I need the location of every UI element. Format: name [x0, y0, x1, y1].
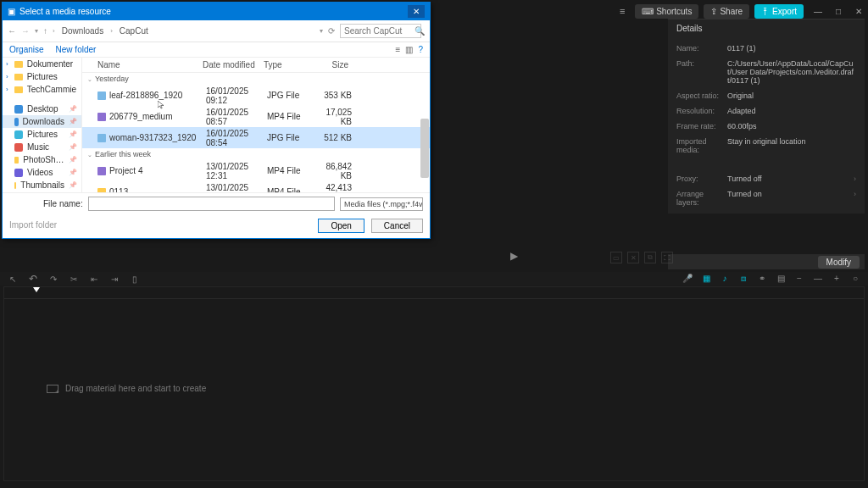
- detail-import-value: Stay in original location: [727, 137, 856, 154]
- file-list-header[interactable]: Name Date modified Type Size: [82, 58, 430, 73]
- dialog-buttons: Import folder Open Cancel: [3, 216, 430, 238]
- dialog-titlebar[interactable]: ▣ Select a media resource ✕: [3, 3, 430, 20]
- pin-icon[interactable]: 📌: [69, 156, 77, 164]
- split-icon[interactable]: ✂: [68, 274, 80, 284]
- help-icon[interactable]: ?: [418, 45, 423, 54]
- redo-icon[interactable]: ↷: [47, 274, 59, 284]
- group-earlier[interactable]: ⌄Earlier this week: [82, 148, 430, 160]
- menu-icon[interactable]: ≡: [615, 3, 630, 19]
- timeline[interactable]: Drag material here and start to create: [3, 286, 865, 481]
- file-type-filter[interactable]: Media files (*.mpg;*.f4v;*.mov;*…: [340, 197, 423, 211]
- minimize-icon[interactable]: —: [812, 5, 824, 17]
- delete-icon[interactable]: ▯: [129, 274, 141, 284]
- modify-button[interactable]: Modify: [818, 256, 860, 269]
- search-icon[interactable]: 🔍: [415, 26, 425, 36]
- play-icon[interactable]: ▶: [510, 250, 518, 262]
- timeline-drop-hint: Drag material here and start to create: [47, 384, 206, 393]
- file-name-input[interactable]: [88, 197, 335, 211]
- compare-icon[interactable]: ⧉: [644, 252, 656, 263]
- sidebar-item-techcammie[interactable]: ›TechCammie: [3, 83, 81, 96]
- pin-icon[interactable]: 📌: [69, 181, 77, 189]
- export-button[interactable]: ⭱Export: [754, 4, 804, 19]
- file-type: JPG File: [267, 91, 316, 100]
- share-button[interactable]: ⇪Share: [704, 4, 749, 19]
- group-label: Yesterday: [95, 75, 129, 83]
- organise-menu[interactable]: Organise: [9, 45, 44, 54]
- pointer-icon[interactable]: ↖: [7, 274, 19, 284]
- delete-left-icon[interactable]: ⇤: [88, 274, 100, 284]
- sidebar-item-music[interactable]: Music📌: [3, 141, 81, 153]
- sidebar-item-pictures[interactable]: ›Pictures: [3, 70, 81, 83]
- file-row[interactable]: Project 413/01/2025 12:31MP4 File86,842 …: [82, 160, 430, 181]
- close-icon[interactable]: ✕: [853, 5, 865, 17]
- file-row-selected[interactable]: woman-9317323_192016/01/2025 08:54JPG Fi…: [82, 127, 430, 148]
- audio-track-icon[interactable]: ♪: [719, 274, 731, 284]
- nav-back-icon[interactable]: ←: [8, 26, 16, 36]
- col-name[interactable]: Name: [97, 60, 203, 69]
- breadcrumb-capcut[interactable]: CapCut: [118, 25, 150, 36]
- chevron-down-icon[interactable]: ▾: [320, 27, 323, 35]
- sidebar-item-dokumenter[interactable]: ›Dokumenter: [3, 58, 81, 70]
- detail-proxy-label: Proxy:: [676, 175, 727, 183]
- col-size[interactable]: Size: [313, 60, 353, 69]
- chevron-right-icon[interactable]: ›: [854, 190, 856, 207]
- pin-icon[interactable]: 📌: [69, 105, 77, 113]
- import-folder-link[interactable]: Import folder: [9, 219, 57, 233]
- nav-up-icon[interactable]: ↑: [43, 26, 47, 36]
- chevron-right-icon: ›: [110, 27, 113, 35]
- magnet-icon[interactable]: ⧈: [737, 274, 749, 284]
- zoom-fit-icon[interactable]: ○: [849, 274, 861, 284]
- detail-name-label: Name:: [676, 44, 727, 53]
- fullscreen-icon[interactable]: ⛶: [661, 252, 673, 263]
- cover-icon[interactable]: ▦: [700, 274, 712, 284]
- detail-proxy-value[interactable]: Turned off: [727, 175, 854, 183]
- col-date[interactable]: Date modified: [203, 60, 264, 69]
- file-row[interactable]: 206779_medium16/01/2025 08:57MP4 File17,…: [82, 106, 430, 127]
- mic-icon[interactable]: 🎤: [682, 274, 693, 284]
- new-folder-button[interactable]: New folder: [56, 45, 97, 54]
- chevron-right-icon[interactable]: ›: [854, 175, 856, 183]
- sidebar-item-videos[interactable]: Videos📌: [3, 166, 81, 179]
- zoom-in-icon[interactable]: +: [831, 274, 843, 284]
- crop-icon[interactable]: ✕: [627, 252, 639, 263]
- pin-icon[interactable]: 📌: [69, 118, 77, 125]
- link-icon[interactable]: ⚭: [756, 274, 768, 284]
- delete-right-icon[interactable]: ⇥: [108, 274, 120, 284]
- detail-layers-value[interactable]: Turned on: [727, 190, 854, 207]
- search-input[interactable]: [340, 24, 421, 38]
- maximize-icon[interactable]: □: [832, 5, 844, 17]
- open-button[interactable]: Open: [318, 219, 364, 233]
- dialog-toolbar: Organise New folder ≡ ▥ ?: [3, 42, 430, 58]
- nav-history-icon[interactable]: ▾: [35, 27, 38, 35]
- nav-fwd-icon[interactable]: →: [21, 26, 30, 36]
- file-row[interactable]: leaf-2818896_192016/01/2025 09:12JPG Fil…: [82, 85, 430, 106]
- view-icon[interactable]: ≡: [396, 45, 401, 54]
- sidebar-item-downloads[interactable]: Downloads📌: [3, 115, 81, 128]
- zoom-slider-icon[interactable]: —: [812, 274, 824, 284]
- sidebar-item-thumbnails[interactable]: Thumbnails📌: [3, 179, 81, 191]
- timeline-ruler[interactable]: [4, 287, 864, 299]
- ratio-icon[interactable]: ▭: [610, 252, 622, 263]
- preview-toggle-icon[interactable]: ▤: [775, 274, 787, 284]
- shortcuts-button[interactable]: ⌨Shortcuts: [635, 4, 698, 19]
- file-row[interactable]: 011313/01/2025 11:47MP4 File42,413 KB: [82, 181, 430, 192]
- col-type[interactable]: Type: [264, 60, 313, 69]
- detail-import-label: Imported media:: [676, 137, 727, 154]
- zoom-out-icon[interactable]: −: [793, 274, 805, 284]
- undo-icon[interactable]: ↶: [27, 273, 39, 285]
- group-yesterday[interactable]: ⌄Yesterday: [82, 73, 430, 85]
- scrollbar-thumb[interactable]: [420, 119, 429, 178]
- sidebar-item-pictures-lib[interactable]: Pictures📌: [3, 128, 81, 141]
- breadcrumb-downloads[interactable]: Downloads: [60, 25, 105, 36]
- playhead-icon[interactable]: [33, 287, 40, 292]
- sidebar-item-photoshop[interactable]: PhotoShop Thumb…📌: [3, 153, 81, 166]
- pin-icon[interactable]: 📌: [69, 143, 77, 151]
- refresh-icon[interactable]: ⟳: [328, 26, 335, 36]
- pin-icon[interactable]: 📌: [69, 169, 77, 176]
- pin-icon[interactable]: 📌: [69, 130, 77, 138]
- cancel-button[interactable]: Cancel: [371, 219, 423, 233]
- sidebar-item-desktop[interactable]: Desktop📌: [3, 103, 81, 115]
- dialog-close-icon[interactable]: ✕: [408, 5, 425, 18]
- view-details-icon[interactable]: ▥: [405, 45, 413, 54]
- dialog-nav: ← → ▾ ↑ › Downloads › CapCut ▾ ⟳ 🔍: [3, 20, 430, 42]
